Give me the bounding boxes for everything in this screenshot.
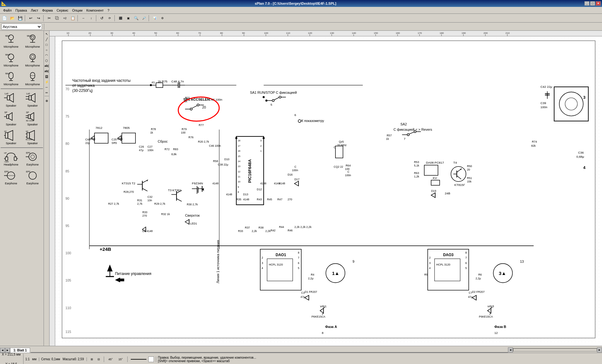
status-snap-button[interactable]: ⊞ — [89, 356, 95, 362]
status-angle1-button[interactable]: 45° — [106, 356, 115, 362]
svg-text:SP: SP — [26, 130, 28, 132]
bus-tool[interactable]: ═ — [44, 90, 49, 95]
component-list-button[interactable]: 📊 — [151, 15, 158, 22]
menu-options[interactable]: Опции — [70, 8, 84, 13]
sidebar-item-speaker-1[interactable]: Ls0 Speaker — [1, 90, 22, 108]
svg-text:HCPL 3120: HCPL 3120 — [269, 263, 283, 266]
svg-text:70: 70 — [198, 32, 201, 34]
status-grid-button[interactable]: ⊟ — [96, 356, 102, 362]
text-box-tool[interactable]: ab| — [44, 69, 49, 74]
earphone-label-1: Earphone — [26, 163, 39, 166]
paste-button[interactable]: 📋 — [69, 15, 77, 22]
redraw-button[interactable]: ⟳ — [106, 15, 114, 22]
undo-button[interactable]: ↩ — [27, 15, 34, 22]
mirror-h-button[interactable]: ↔ — [80, 15, 87, 22]
scroll-left-button[interactable]: ◄ — [0, 348, 5, 353]
sidebar-item-microphone-4[interactable]: Microphone — [22, 50, 43, 68]
svg-text:100n: 100n — [292, 169, 298, 172]
refresh-button[interactable]: ↺ — [98, 15, 106, 22]
find-button[interactable]: 🔎 — [140, 15, 148, 22]
sidebar-item-earphone-3[interactable]: EP0 Earphone — [22, 168, 43, 186]
menu-edit[interactable]: Правка — [13, 8, 29, 13]
svg-rect-25 — [7, 96, 10, 100]
new-button[interactable]: 📄 — [1, 15, 8, 22]
microphone-label-3: Microphone — [4, 64, 18, 67]
svg-text:Ls0: Ls0 — [26, 92, 30, 95]
sidebar-item-headphone[interactable]: HP >32R Headphone — [1, 149, 22, 167]
zoom-in-button[interactable]: ⬛ — [117, 15, 124, 22]
fit-button[interactable]: 🔍 — [132, 15, 140, 22]
svg-text:R43: R43 — [257, 198, 262, 201]
arc-tool[interactable]: ◠ — [44, 53, 49, 58]
select-tool[interactable]: ↖ — [44, 31, 49, 36]
menu-help[interactable]: ? — [106, 8, 111, 13]
menu-service[interactable]: Сервис — [55, 8, 70, 13]
svg-text:210: 210 — [505, 32, 510, 34]
line-tool[interactable]: ╱ — [44, 37, 49, 42]
svg-text:3▲: 3▲ — [499, 271, 506, 276]
close-button[interactable]: ✕ — [596, 1, 601, 6]
sidebar-item-speaker-6[interactable]: SP 8Ω 120W Speaker — [22, 128, 43, 146]
coords-section: X = 211,5 мм Y = 18,5 — [2, 354, 24, 364]
svg-rect-159 — [94, 133, 108, 143]
status-angle2-button[interactable]: 15° — [116, 356, 125, 362]
settings-button[interactable]: ⚙ — [159, 15, 166, 22]
svg-text:30: 30 — [110, 32, 113, 34]
rect-tool[interactable]: □ — [44, 42, 49, 47]
svg-text:EP0: EP0 — [26, 171, 30, 173]
page-tab-1[interactable]: 1: Blatt 1 — [10, 348, 30, 353]
sidebar-item-microphone-3[interactable]: Mic0 Microphone — [1, 50, 22, 68]
hscroll-left[interactable]: ◄ — [508, 347, 513, 352]
zoom-region-tool[interactable]: ⊕ — [44, 98, 49, 103]
svg-point-68 — [29, 172, 36, 179]
sidebar-item-microphone-6[interactable]: Microphone — [22, 69, 43, 87]
svg-text:KT315 T2: KT315 T2 — [122, 182, 135, 185]
svg-text:С фиксацией < > Revers: С фиксацией < > Revers — [393, 128, 432, 131]
cut-button[interactable]: ✂ — [45, 15, 53, 22]
mirror-v-button[interactable]: ↕ — [87, 15, 95, 22]
scroll-right-button[interactable]: ► — [5, 348, 10, 353]
svg-text:270: 270 — [142, 214, 147, 217]
polygon-tool[interactable]: ⬡ — [44, 58, 49, 63]
circle-tool[interactable]: ○ — [44, 47, 49, 52]
speaker-label-6: Speaker — [27, 142, 38, 145]
redo-button[interactable]: ↪ — [35, 15, 42, 22]
sidebar-item-speaker-2[interactable]: Ls0 Speaker — [22, 90, 43, 108]
schematic-canvas[interactable]: Частотный вход задания частоты от задатч… — [55, 36, 602, 346]
minimize-button[interactable]: _ — [584, 1, 589, 6]
sidebar-item-earphone-1[interactable]: EP0 Earphone — [22, 149, 43, 167]
maximize-button[interactable]: □ — [590, 1, 595, 6]
copy2-button[interactable]: ×2 — [61, 15, 69, 22]
svg-text:SA1 RUN/STOP С фиксацией: SA1 RUN/STOP С фиксацией — [250, 91, 297, 94]
separator-6 — [149, 15, 150, 21]
svg-text:R35: R35 — [236, 198, 241, 201]
text-tool[interactable]: ab| — [44, 63, 49, 68]
wire-tool[interactable]: ─ — [44, 85, 49, 90]
image-tool[interactable]: 🖼 — [44, 74, 49, 79]
component-tool[interactable]: ⚡ — [44, 79, 49, 84]
sidebar-item-speaker-3[interactable]: SP Speaker — [1, 109, 22, 127]
sidebar-item-speaker-4[interactable]: SP 8Ω 120W Speaker — [22, 109, 43, 127]
menu-file[interactable]: Файл — [1, 8, 13, 13]
sidebar-item-microphone-2[interactable]: Mic0 Microphone — [22, 31, 43, 50]
y-coord-label: Y = 18,5 — [5, 362, 17, 364]
svg-text:D1 FR207: D1 FR207 — [305, 290, 317, 293]
menu-sheet[interactable]: Лист — [29, 8, 40, 13]
component-category-select[interactable]: Акустика — [1, 24, 42, 30]
hscroll-track[interactable] — [513, 348, 597, 351]
sidebar-item-microphone-1[interactable]: Mic0 Microphone — [1, 31, 22, 50]
sidebar-item-speaker-5[interactable]: SP Speaker — [1, 128, 22, 146]
menu-component[interactable]: Компонент — [84, 8, 105, 13]
zoom-out-button[interactable]: ▣ — [124, 15, 132, 22]
copy-button[interactable]: ⿻ — [53, 15, 61, 22]
menu-form[interactable]: Форма — [40, 8, 55, 13]
sidebar-item-microphone-5[interactable]: Mic0 Microphone — [1, 69, 22, 87]
save-button[interactable]: 💾 — [16, 15, 24, 22]
svg-text:3: 3 — [261, 261, 263, 265]
hscroll-right[interactable]: ► — [597, 347, 602, 352]
svg-text:4: 4 — [583, 165, 586, 170]
open-button[interactable]: 📂 — [8, 15, 16, 22]
earphone-icon-2: EP0 — [3, 169, 19, 182]
sidebar-item-earphone-2[interactable]: EP0 Earphone — [1, 168, 22, 186]
svg-text:KT815Г: KT815Г — [454, 183, 465, 187]
